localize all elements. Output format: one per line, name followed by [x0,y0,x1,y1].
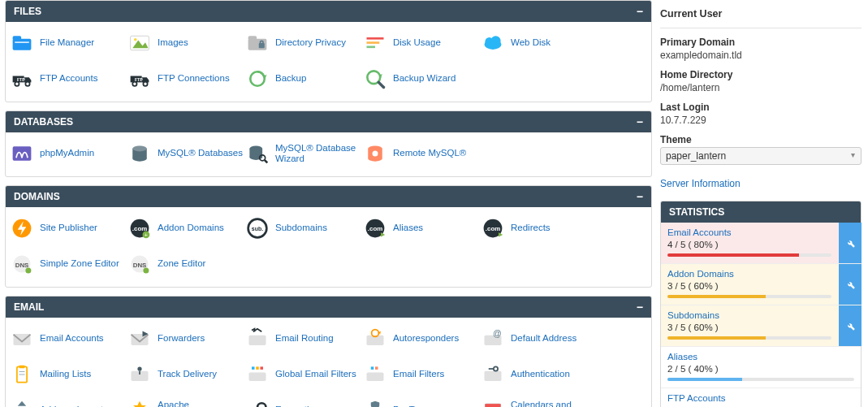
aliases-stat-label[interactable]: Aliases [667,352,854,362]
zone-editor-link[interactable]: DNSZone Editor [128,253,246,275]
images-link[interactable]: Images [128,32,246,54]
email-filters-link[interactable]: Email Filters [364,363,482,386]
svg-text:DNS: DNS [133,262,147,269]
svg-text:FTP: FTP [17,77,25,82]
authentication-link[interactable]: Authentication [482,363,599,386]
svg-rect-12 [367,46,376,49]
email-accounts-icon [11,327,33,350]
domains-heading: DOMAINS [14,191,60,202]
addon-domains-stat-value: 3 / 5 ( 60% ) [667,281,831,291]
web-disk-icon [482,32,504,54]
remote-mysql-label: Remote MySQL® [393,148,466,158]
domains-collapse-icon[interactable]: − [637,193,643,201]
addon-domains-icon: .com+ [128,217,151,240]
subdomains-stat-label[interactable]: Subdomains [667,310,831,320]
autoresponders-link[interactable]: Autoresponders [364,327,482,350]
last-login-label: Last Login [660,102,862,113]
files-heading: FILES [14,6,41,17]
files-collapse-icon[interactable]: − [637,7,643,15]
autoresponders-icon [364,327,386,350]
track-delivery-link[interactable]: Track Delivery [128,363,246,386]
file-manager-link[interactable]: File Manager [11,32,128,54]
images-icon [128,32,151,54]
svg-point-19 [25,82,29,86]
site-publisher-link[interactable]: Site Publisher [11,217,128,240]
backup-wizard-link[interactable]: Backup Wizard [364,67,482,90]
subdomains-link[interactable]: sub.Subdomains [246,217,364,240]
email-accounts-stat-wrench-icon[interactable] [839,223,862,263]
subdomains-stat-value: 3 / 5 ( 60% ) [667,323,831,332]
mysql-db-link[interactable]: MySQL® Databases [128,142,246,165]
remote-mysql-icon [364,142,386,165]
ftp-accounts-stat-label[interactable]: FTP Accounts [667,393,854,403]
server-information-link[interactable]: Server Information [660,178,741,189]
svg-text:+: + [145,232,148,238]
global-filters-link[interactable]: Global Email Filters [246,363,364,386]
mysql-wizard-link[interactable]: MySQL® Database Wizard [246,142,364,165]
mailing-lists-link[interactable]: Mailing Lists [11,363,128,386]
addon-domains-link[interactable]: .com+Addon Domains [128,217,246,240]
email-accounts-stat: Email Accounts4 / 5 ( 80% ) [661,223,861,264]
mailing-lists-label: Mailing Lists [40,369,91,379]
aliases-label: Aliases [393,223,423,233]
disk-usage-link[interactable]: Disk Usage [364,32,482,54]
boxtrapper-link[interactable]: BoxTrapper [364,399,482,407]
default-address-icon: @ [482,327,504,350]
svg-rect-87 [375,366,378,370]
subdomains-stat-wrench-icon[interactable] [839,305,862,346]
svg-rect-86 [371,366,374,370]
current-user-heading: Current User [660,8,862,19]
backup-link[interactable]: Backup [246,67,364,90]
track-delivery-icon [128,363,151,386]
directory-privacy-link[interactable]: Directory Privacy [246,32,364,54]
theme-select[interactable]: paper_lantern [660,147,862,165]
address-importer-link[interactable]: Address Importer [11,399,128,407]
svg-rect-82 [252,366,255,370]
last-login-value: 10.7.7.229 [660,115,862,126]
authentication-label: Authentication [511,369,570,379]
backup-wizard-icon [364,67,386,90]
svg-rect-1 [13,36,22,40]
addon-domains-stat: Addon Domains3 / 5 ( 60% ) [661,264,861,305]
encryption-link[interactable]: Encryption [246,399,364,407]
email-routing-link[interactable]: Email Routing [246,327,364,350]
svg-rect-31 [13,146,32,161]
databases-collapse-icon[interactable]: − [637,118,643,126]
svg-point-95 [257,403,266,407]
email-routing-icon [246,327,269,350]
ftp-connections-icon: FTP [128,67,151,90]
simple-zone-link[interactable]: DNSSimple Zone Editor [11,253,128,275]
redirects-link[interactable]: .comRedirects [482,217,599,240]
email-accounts-link[interactable]: Email Accounts [11,327,128,350]
aliases-link[interactable]: .comAliases [364,217,482,240]
addon-domains-stat-label[interactable]: Addon Domains [667,269,831,279]
file-manager-icon [11,32,33,54]
svg-line-29 [378,82,383,87]
ftp-accounts-link[interactable]: FTPFTP Accounts [11,67,128,90]
email-filters-label: Email Filters [393,369,444,379]
email-collapse-icon[interactable]: − [637,303,643,311]
spamassassin-link[interactable]: Apache SpamAssassin™ [128,399,246,407]
forwarders-link[interactable]: Forwarders [128,327,246,350]
svg-point-43 [368,156,382,162]
svg-text:FTP: FTP [135,77,143,82]
backup-label: Backup [275,73,306,84]
web-disk-link[interactable]: Web Disk [482,32,599,54]
email-accounts-stat-label[interactable]: Email Accounts [667,227,831,237]
svg-text:DNS: DNS [15,262,29,269]
directory-privacy-icon [246,32,269,54]
redirects-icon: .com [482,217,504,240]
remote-mysql-link[interactable]: Remote MySQL® [364,142,482,165]
calendars-link[interactable]: 21Calendars and Contacts [482,399,599,407]
ftp-connections-link[interactable]: FTPFTP Connections [128,67,246,90]
addon-domains-stat-wrench-icon[interactable] [839,264,862,305]
subdomains-label: Subdomains [275,223,327,233]
svg-rect-84 [261,366,264,370]
zone-editor-icon: DNS [128,253,151,275]
track-delivery-label: Track Delivery [158,369,217,379]
phpmyadmin-link[interactable]: phpMyAdmin [11,142,128,165]
svg-text:.com: .com [486,225,500,232]
boxtrapper-icon [364,399,386,407]
svg-rect-65 [14,334,31,345]
default-address-link[interactable]: @Default Address [482,327,599,350]
